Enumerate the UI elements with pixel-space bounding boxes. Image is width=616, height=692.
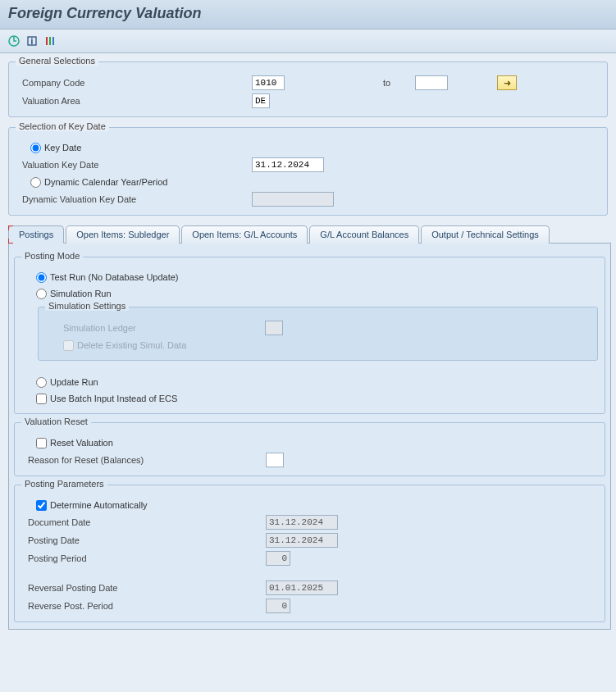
row-simulation-ledger: Simulation Ledger (45, 319, 591, 337)
checkbox-batch-input[interactable] (36, 394, 47, 404)
row-radio-test-run: Test Run (No Database Update) (21, 269, 598, 285)
label-valuation-key-date: Valuation Key Date (22, 160, 252, 170)
tab-output-technical[interactable]: Output / Technical Settings (421, 225, 550, 244)
label-reverse-post-period: Reverse Post. Period (28, 601, 266, 611)
label-simulation-ledger: Simulation Ledger (52, 323, 265, 333)
label-radio-key-date: Key Date (44, 143, 81, 153)
row-reason-for-reset: Reason for Reset (Balances) (21, 451, 598, 469)
company-code-from-input[interactable] (252, 75, 285, 90)
posting-period-input (266, 551, 290, 566)
info-icon[interactable]: i (25, 34, 39, 48)
group-title: Selection of Key Date (16, 121, 109, 131)
tab-gl-balances[interactable]: G/L Account Balances (309, 225, 419, 244)
label-reason-for-reset: Reason for Reset (Balances) (28, 455, 266, 465)
variant-icon[interactable] (43, 34, 57, 48)
label-posting-date: Posting Date (28, 535, 266, 545)
row-valuation-key-date: Valuation Key Date (16, 156, 600, 174)
row-radio-simulation: Simulation Run (21, 285, 598, 302)
svg-rect-5 (52, 37, 54, 45)
checkbox-delete-simul-data (63, 340, 74, 351)
row-batch-input: Use Batch Input Instead of ECS (21, 390, 598, 407)
label-test-run: Test Run (No Database Update) (50, 272, 179, 282)
reversal-posting-date-input (266, 580, 338, 595)
row-reset-valuation: Reset Valuation (21, 435, 598, 451)
svg-text:i: i (31, 37, 34, 46)
label-dynamic-valuation-key-date: Dynamic Valuation Key Date (22, 194, 252, 204)
toolbar: i (0, 30, 616, 53)
tab-open-items-gl[interactable]: Open Items: G/L Accounts (181, 225, 308, 244)
radio-key-date[interactable] (30, 143, 41, 153)
group-key-date: Selection of Key Date Key Date Valuation… (8, 127, 608, 216)
row-radio-dynamic: Dynamic Calendar Year/Period (16, 174, 600, 190)
row-determine-auto: Determine Automatically (21, 497, 598, 513)
svg-rect-4 (49, 37, 51, 45)
row-company-code: Company Code to ➜ (16, 74, 600, 92)
group-title: General Selections (16, 56, 98, 66)
reason-for-reset-input[interactable] (266, 453, 284, 467)
radio-update-run[interactable] (36, 377, 47, 388)
label-simulation-run: Simulation Run (50, 289, 112, 298)
tab-open-items-subledger[interactable]: Open Items: Subledger (66, 225, 180, 244)
label-doc-date: Document Date (28, 517, 266, 527)
radio-dynamic-calendar[interactable] (30, 177, 41, 188)
group-posting-parameters: Posting Parameters Determine Automatical… (14, 485, 605, 622)
execute-icon[interactable] (7, 34, 21, 48)
group-posting-mode: Posting Mode Test Run (No Database Updat… (14, 257, 605, 414)
label-reversal-posting-date: Reversal Posting Date (28, 583, 266, 593)
group-title: Posting Parameters (21, 479, 107, 489)
label-to: to (383, 78, 390, 88)
label-valuation-area: Valuation Area (22, 96, 252, 106)
valuation-area-input[interactable] (252, 93, 270, 108)
valuation-key-date-input[interactable] (252, 157, 324, 172)
row-dynamic-valuation-key-date: Dynamic Valuation Key Date (16, 190, 600, 208)
row-delete-simul-data: Delete Existing Simul. Data (45, 337, 591, 353)
multiple-selection-button[interactable]: ➜ (497, 75, 517, 90)
row-valuation-area: Valuation Area (16, 92, 600, 110)
simulation-ledger-input (265, 321, 283, 335)
label-delete-simul-data: Delete Existing Simul. Data (77, 340, 186, 350)
row-doc-date: Document Date (21, 513, 598, 531)
label-radio-dynamic: Dynamic Calendar Year/Period (44, 177, 167, 187)
label-posting-period: Posting Period (28, 553, 266, 563)
row-radio-update-run: Update Run (21, 374, 598, 390)
company-code-to-input[interactable] (415, 75, 448, 90)
posting-date-input (266, 533, 338, 548)
row-reverse-post-period: Reverse Post. Period (21, 597, 598, 615)
row-posting-period: Posting Period (21, 549, 598, 567)
row-posting-date: Posting Date (21, 531, 598, 549)
page-title: Foreign Currency Valuation (8, 5, 608, 22)
row-reversal-posting-date: Reversal Posting Date (21, 579, 598, 597)
label-reset-valuation: Reset Valuation (50, 438, 113, 448)
group-title: Simulation Settings (45, 301, 129, 311)
label-update-run: Update Run (50, 377, 98, 387)
tab-pane-postings: Posting Mode Test Run (No Database Updat… (8, 243, 611, 630)
tab-postings[interactable]: Postings (8, 225, 64, 244)
title-bar: Foreign Currency Valuation (0, 0, 616, 30)
group-title: Posting Mode (21, 251, 83, 261)
radio-test-run[interactable] (36, 272, 47, 283)
dynamic-valuation-key-date-input (252, 192, 334, 207)
radio-simulation-run[interactable] (36, 289, 47, 299)
label-company-code: Company Code (22, 78, 252, 88)
group-valuation-reset: Valuation Reset Reset Valuation Reason f… (14, 422, 605, 476)
document-date-input (266, 515, 338, 530)
reverse-post-period-input (266, 599, 290, 613)
checkbox-reset-valuation[interactable] (36, 438, 47, 448)
checkbox-determine-auto[interactable] (36, 500, 47, 511)
group-simulation-settings: Simulation Settings Simulation Ledger De… (38, 307, 598, 361)
row-radio-keydate: Key Date (16, 139, 600, 156)
label-determine-auto: Determine Automatically (50, 500, 148, 510)
main-area: General Selections Company Code to ➜ Val… (0, 53, 616, 638)
svg-rect-3 (46, 37, 48, 45)
group-general-selections: General Selections Company Code to ➜ Val… (8, 61, 608, 117)
group-title: Valuation Reset (21, 417, 91, 426)
tabstrip: Postings Open Items: Subledger Open Item… (8, 225, 611, 244)
label-batch-input: Use Batch Input Instead of ECS (50, 394, 177, 403)
